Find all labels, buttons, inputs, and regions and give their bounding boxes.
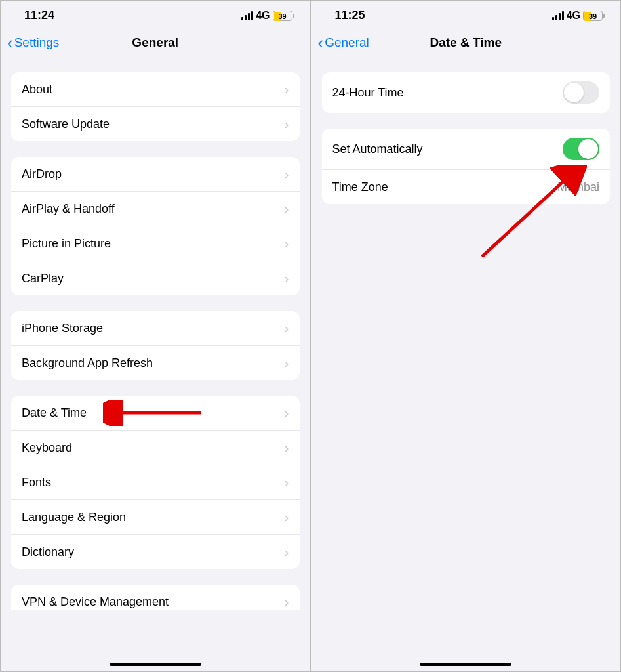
chevron-right-icon: › [285,116,289,132]
row-label: Language & Region [22,511,126,524]
row-label: AirPlay & Handoff [22,202,115,216]
content-scroll[interactable]: 24-Hour Time Set Automatically Time Zone… [311,60,621,204]
row-set-automatically: Set Automatically [322,129,611,170]
row-label: Picture in Picture [22,237,111,251]
chevron-right-icon: › [285,440,289,455]
settings-group: Set Automatically Time Zone Mumbai [322,129,611,204]
chevron-right-icon: › [285,405,289,421]
back-label: General [325,35,369,50]
row-value: Mumbai [557,180,599,194]
row-label: About [22,83,52,96]
home-indicator[interactable] [110,663,201,666]
chevron-right-icon: › [285,509,289,525]
status-time: 11:24 [24,9,54,22]
back-label: Settings [14,35,60,50]
row-airplay-handoff[interactable]: AirPlay & Handoff › [11,192,300,226]
network-type: 4G [567,10,580,22]
row-about[interactable]: About › [11,72,300,107]
toggle-24-hour-time[interactable] [563,81,599,104]
content-scroll[interactable]: About › Software Update › AirDrop › AirP… [1,60,310,610]
annotation-arrow-icon [103,400,208,426]
chevron-right-icon: › [285,355,289,371]
battery-icon: 39 [273,10,294,21]
row-time-zone[interactable]: Time Zone Mumbai [322,170,611,204]
cellular-signal-icon [241,11,253,20]
battery-icon: 39 [583,10,605,21]
row-carplay[interactable]: CarPlay › [11,261,300,295]
row-picture-in-picture[interactable]: Picture in Picture › [11,226,300,261]
settings-group-cutoff: VPN & Device Management › [11,585,300,610]
chevron-right-icon: › [285,81,289,97]
row-label: VPN & Device Management [22,595,169,609]
row-background-app-refresh[interactable]: Background App Refresh › [11,346,300,380]
home-indicator[interactable] [420,663,511,666]
row-dictionary[interactable]: Dictionary › [11,535,300,569]
settings-group: AirDrop › AirPlay & Handoff › Picture in… [11,157,300,295]
back-button[interactable]: ‹ Settings [7,34,59,51]
row-software-update[interactable]: Software Update › [11,107,300,141]
network-type: 4G [256,10,270,22]
status-bar: 11:25 4G 39 [311,1,621,26]
row-label: Background App Refresh [22,356,153,370]
nav-bar: ‹ Settings General [1,26,310,60]
row-date-time[interactable]: Date & Time › [11,396,300,430]
row-airdrop[interactable]: AirDrop › [11,157,300,192]
row-fonts[interactable]: Fonts › [11,465,300,500]
row-label: Keyboard [22,441,72,455]
row-label: AirDrop [22,167,62,181]
nav-bar: ‹ General Date & Time [311,26,621,60]
chevron-right-icon: › [285,474,289,490]
chevron-right-icon: › [285,320,289,336]
row-label: Software Update [22,117,110,131]
status-right: 4G 39 [241,10,294,22]
chevron-right-icon: › [285,166,289,182]
row-label: Time Zone [332,180,388,194]
chevron-left-icon: ‹ [318,34,324,51]
settings-group: About › Software Update › [11,72,300,141]
row-label: Set Automatically [332,142,423,156]
row-keyboard[interactable]: Keyboard › [11,430,300,465]
row-24-hour-time: 24-Hour Time [322,72,611,113]
row-label: Date & Time [22,406,87,420]
status-right: 4G 39 [552,10,605,22]
chevron-right-icon: › [285,236,289,251]
row-language-region[interactable]: Language & Region › [11,500,300,535]
phone-general: 11:24 4G 39 ‹ Settings General About › S… [0,0,311,672]
row-label: CarPlay [22,272,64,285]
row-iphone-storage[interactable]: iPhone Storage › [11,311,300,346]
chevron-right-icon: › [285,201,289,217]
status-time: 11:25 [335,9,365,22]
settings-group: iPhone Storage › Background App Refresh … [11,311,300,380]
status-bar: 11:24 4G 39 [1,1,310,26]
row-vpn-device-management[interactable]: VPN & Device Management › [11,585,300,610]
settings-group: Date & Time › Keyboard › Fonts › Languag… [11,396,300,569]
row-label: Dictionary [22,545,74,559]
chevron-right-icon: › [285,594,289,610]
chevron-left-icon: ‹ [7,34,13,51]
back-button[interactable]: ‹ General [318,34,369,51]
row-label: 24-Hour Time [332,86,404,100]
phone-date-time: 11:25 4G 39 ‹ General Date & Time 24-Hou… [311,0,622,672]
settings-group: 24-Hour Time [322,72,611,113]
toggle-set-automatically[interactable] [563,138,599,160]
chevron-right-icon: › [285,270,289,286]
row-label: iPhone Storage [22,322,103,335]
chevron-right-icon: › [285,544,289,560]
row-label: Fonts [22,476,51,490]
cellular-signal-icon [552,11,564,20]
